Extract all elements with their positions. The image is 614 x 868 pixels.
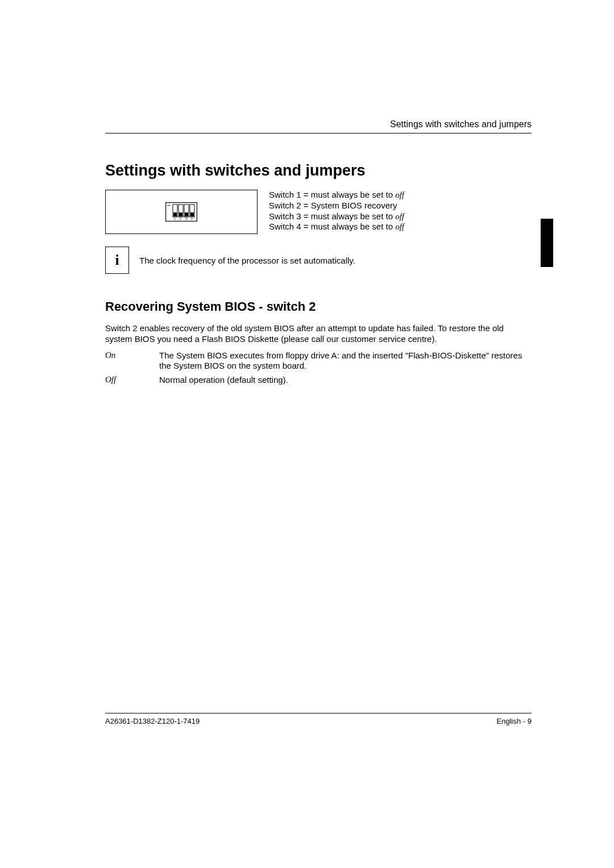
note-text: The clock frequency of the processor is … [139,256,355,265]
info-icon: i [115,252,119,269]
switch-1-desc: Switch 1 = must always be set to off [269,190,404,201]
switch-3-desc: Switch 3 = must always be set to off [269,211,404,222]
def-desc-on: The System BIOS executes from floppy dri… [159,350,532,372]
svg-text:2: 2 [180,217,181,220]
svg-rect-7 [185,212,188,216]
svg-rect-8 [190,212,194,216]
def-off: Off Normal operation (default setting). [105,375,532,386]
switch-2-desc: Switch 2 = System BIOS recovery [269,201,404,211]
svg-rect-5 [173,212,177,216]
body-paragraph: Switch 2 enables recovery of the old sys… [105,323,532,345]
def-term-on: On [105,350,159,372]
sub-heading: Recovering System BIOS - switch 2 [105,299,532,314]
svg-text:1: 1 [174,217,176,220]
page-content: Settings with switches and jumpers Setti… [105,119,532,389]
info-note: i The clock frequency of the processor i… [105,247,532,274]
dip-on-label: on [167,203,171,207]
black-page-tab [541,219,553,267]
definition-list: On The System BIOS executes from floppy … [105,350,532,386]
switch-figure: on 1 2 3 4 [105,190,258,234]
figure-row: on 1 2 3 4 Switch 1 = must always be set… [105,190,532,234]
def-term-off: Off [105,375,159,386]
def-desc-off: Normal operation (default setting). [159,375,532,386]
main-heading: Settings with switches and jumpers [105,162,532,180]
info-icon-box: i [105,247,129,274]
def-on: On The System BIOS executes from floppy … [105,350,532,372]
svg-text:3: 3 [185,217,187,220]
switch-4-desc: Switch 4 = must always be set to off [269,222,404,232]
switch-descriptions: Switch 1 = must always be set to off Swi… [269,190,404,232]
footer-page-number: English - 9 [497,717,532,725]
page-footer: A26361-D1382-Z120-1-7419 English - 9 [105,713,532,725]
footer-doc-id: A26361-D1382-Z120-1-7419 [105,717,200,725]
svg-text:4: 4 [191,217,193,220]
svg-rect-6 [179,212,182,216]
running-header: Settings with switches and jumpers [105,119,532,133]
dip-switch-icon: on 1 2 3 4 [165,202,197,222]
